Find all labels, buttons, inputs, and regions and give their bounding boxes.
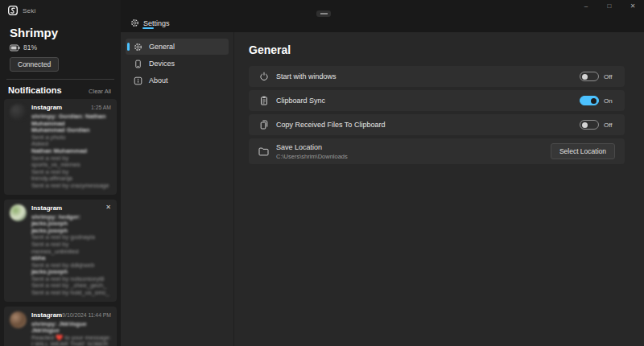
setting-row: Start with windowsOff: [249, 66, 625, 87]
app-title: Seki: [23, 7, 35, 14]
notification-header: Instagram✕: [31, 204, 111, 212]
setting-text: Clipboard Sync: [276, 97, 325, 105]
notification-content: Instagram✕shrimpy: hedger: jacks.josephj…: [31, 204, 111, 297]
setting-row: Save LocationC:\Users\shrim\DownloadsSel…: [249, 138, 625, 164]
seki-logo-icon: [8, 6, 18, 15]
nav-item-label: General: [149, 43, 175, 51]
notification-header: Instagram1:25 AM: [31, 104, 111, 111]
notification-line: shrimpy: Gordian: Nathan Muhammad: [31, 113, 111, 127]
settings-main: General Start with windowsOffClipboard S…: [234, 32, 644, 346]
nav-item-label: About: [149, 76, 168, 84]
window-drag-handle[interactable]: [316, 10, 331, 17]
notification-header: Instagram9/10/2024 11:44 PM: [31, 311, 111, 319]
sidebar-item-about[interactable]: About: [126, 72, 229, 89]
maximize-button[interactable]: □: [605, 2, 614, 10]
toggle-knob: [582, 122, 588, 128]
notification-card[interactable]: Instagram1:25 AMshrimpy: Gordian: Nathan…: [4, 99, 117, 195]
clipboard-icon: [258, 96, 269, 105]
notification-line: Reacted ❤️ to your message: I WILL WEAR …: [31, 335, 111, 346]
setting-value-path: C:\Users\shrim\Downloads: [276, 153, 348, 160]
sidebar-item-devices[interactable]: Devices: [126, 56, 229, 72]
notification-line: Sent a reel by hold_us_smc_: [31, 290, 111, 297]
nav-item-label: Devices: [149, 60, 175, 68]
notification-line: Sent a reel by memes_unlimited: [31, 241, 111, 255]
battery-percentage: 81%: [23, 43, 37, 51]
settings-nav: GeneralDevicesAbout: [121, 32, 234, 346]
toggle-switch[interactable]: [580, 120, 599, 130]
notification-avatar: [10, 204, 27, 221]
toggle-state-label: Off: [604, 122, 615, 129]
notification-line: shrimpy: hedger: jacks.joseph: [31, 214, 111, 228]
setting-row: Clipboard SyncOn: [249, 90, 625, 111]
settings-tab-label: Settings: [143, 19, 170, 27]
notification-line: Sent a reel by sports_vs_memes: [31, 155, 111, 169]
app-window: Seki Shrimpy 81% Connected Notifications…: [0, 0, 644, 346]
notification-app-name: Instagram: [31, 311, 62, 319]
notification-app-name: Instagram: [31, 204, 62, 212]
sidebar-item-general[interactable]: General: [126, 39, 229, 55]
close-button[interactable]: ✕: [628, 2, 638, 10]
notification-card[interactable]: Instagram9/10/2024 11:44 PMshrimpy: JkkV…: [4, 307, 117, 346]
notification-app-name: Instagram: [31, 104, 62, 111]
notifications-heading: Notifications: [8, 85, 62, 95]
notification-card[interactable]: Instagram✕shrimpy: hedger: jacks.josephj…: [4, 200, 117, 302]
toggle-switch[interactable]: [580, 96, 599, 105]
smartphone-icon: [134, 60, 142, 68]
toggle-state-label: Off: [604, 73, 615, 80]
select-location-button[interactable]: Select Location: [551, 143, 615, 159]
notification-line: Sent a reel by crazymessage: [31, 183, 111, 190]
toggle-state-label: On: [604, 97, 615, 105]
folder-icon: [258, 147, 269, 156]
settings-area: – □ ✕ Settings GeneralDevicesAbout Gener…: [121, 0, 644, 346]
gear-icon: [134, 43, 142, 51]
connection-status-button[interactable]: Connected: [10, 57, 59, 72]
notification-content: Instagram1:25 AMshrimpy: Gordian: Nathan…: [31, 104, 111, 190]
notification-avatar: [10, 311, 27, 328]
toggle-knob: [582, 74, 588, 80]
page-title: General: [249, 43, 625, 56]
power-icon: [258, 72, 269, 81]
minimize-button[interactable]: –: [581, 2, 591, 10]
active-tab-indicator: [142, 27, 154, 29]
setting-row: Copy Received Files To ClipboardOff: [249, 114, 625, 135]
notification-content: Instagram9/10/2024 11:44 PMshrimpy: JkkV…: [31, 311, 111, 346]
setting-label: Save Location: [276, 143, 348, 151]
notification-timestamp: 9/10/2024 11:44 PM: [62, 312, 111, 318]
copy-file-icon: [258, 120, 269, 130]
setting-label: Copy Received Files To Clipboard: [276, 121, 385, 129]
setting-label: Clipboard Sync: [276, 97, 325, 105]
toggle-switch[interactable]: [580, 72, 599, 81]
device-name: Shrimpy: [10, 26, 111, 39]
setting-text: Save LocationC:\Users\shrim\Downloads: [276, 143, 348, 160]
setting-label: Start with windows: [276, 72, 336, 80]
gear-icon: [130, 19, 139, 27]
notification-avatar: [10, 104, 27, 121]
close-icon[interactable]: ✕: [105, 204, 111, 211]
battery-status: 81%: [10, 43, 111, 51]
notification-timestamp: 1:25 AM: [91, 105, 111, 110]
titlebar: – □ ✕ Settings: [121, 0, 644, 32]
clear-all-button[interactable]: Clear All: [89, 88, 111, 95]
app-header: Seki: [0, 0, 121, 18]
notification-list: Instagram1:25 AMshrimpy: Gordian: Nathan…: [0, 99, 121, 346]
info-icon: [134, 76, 142, 85]
notification-line: Sent a reel by trendy.affmanja: [31, 169, 111, 183]
toggle-knob: [591, 98, 597, 104]
setting-text: Start with windows: [276, 72, 336, 80]
setting-text: Copy Received Files To Clipboard: [276, 121, 385, 129]
device-sidebar: Seki Shrimpy 81% Connected Notifications…: [0, 0, 121, 346]
window-controls: – □ ✕: [581, 2, 638, 10]
battery-icon: [10, 44, 20, 51]
tab-settings[interactable]: Settings: [127, 17, 173, 29]
